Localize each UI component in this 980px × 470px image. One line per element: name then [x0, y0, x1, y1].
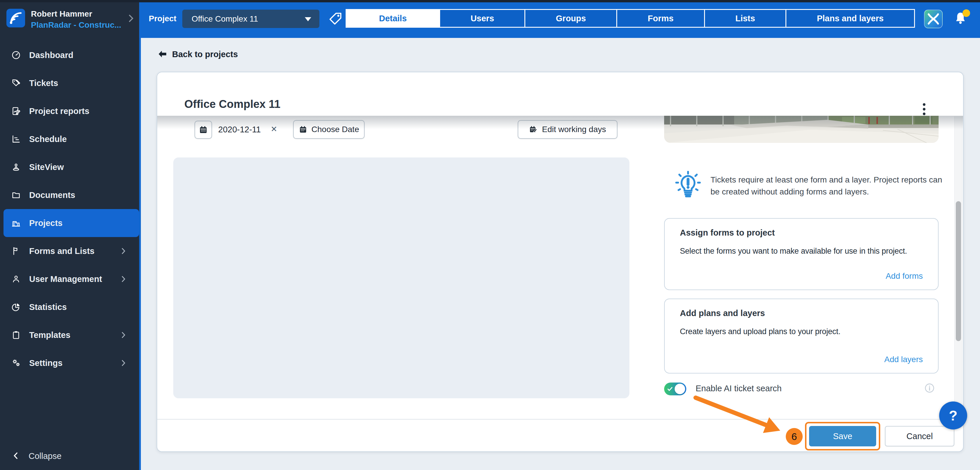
calendar-edit-icon: [529, 125, 538, 134]
notification-dot: [963, 10, 970, 17]
flag-icon: [11, 246, 21, 256]
tab-details[interactable]: Details: [347, 10, 439, 27]
connect-app-icon[interactable]: [924, 10, 943, 28]
sidebar-item-label: Schedule: [29, 134, 67, 144]
project-label: Project: [149, 14, 177, 23]
help-button[interactable]: ?: [939, 402, 967, 429]
choose-date-button[interactable]: Choose Date: [293, 120, 364, 139]
arrow-left-icon: [158, 49, 167, 59]
edit-working-days-label: Edit working days: [542, 125, 606, 134]
assign-forms-card: Assign forms to project Select the forms…: [664, 218, 939, 290]
sidebar-item-label: Projects: [29, 218, 62, 228]
start-date-value: 2020-12-11: [218, 125, 261, 134]
pie-chart-icon: [11, 302, 21, 312]
chevron-right-icon: [119, 275, 128, 283]
tab-plans-and-layers[interactable]: Plans and layers: [786, 10, 914, 27]
kebab-menu-button[interactable]: [918, 100, 931, 118]
tags-icon: [11, 78, 21, 88]
assign-forms-title: Assign forms to project: [680, 228, 775, 238]
gears-icon: [11, 358, 21, 368]
address-form-panel: [173, 157, 629, 398]
sidebar-item-projects[interactable]: Projects: [3, 209, 139, 237]
choose-date-label: Choose Date: [312, 125, 359, 134]
chevron-left-icon: [12, 451, 21, 460]
gauge-icon: [11, 50, 21, 60]
page-title: Office Complex 11: [185, 98, 280, 111]
tag-icon[interactable]: [328, 11, 343, 26]
sidebar-item-siteview[interactable]: SiteView: [3, 153, 137, 181]
app-window: Robert Hammer PlanRadar - Construc... Da…: [0, 0, 980, 470]
project-selector[interactable]: Office Complex 11: [182, 10, 320, 28]
planradar-logo-icon: [6, 9, 25, 27]
edit-working-days-button[interactable]: Edit working days: [518, 120, 617, 139]
sidebar-item-settings[interactable]: Settings: [3, 349, 137, 377]
project-selector-value: Office Complex 11: [192, 14, 258, 24]
sidebar-item-label: Documents: [29, 191, 75, 200]
project-photo: [664, 116, 939, 143]
chevron-right-icon: [126, 13, 136, 24]
tab-groups[interactable]: Groups: [524, 10, 616, 27]
add-forms-link[interactable]: Add forms: [886, 272, 923, 281]
sidebar-item-label: Settings: [29, 358, 62, 368]
tip-text: Tickets require at least one form and a …: [711, 174, 944, 198]
ai-ticket-search-toggle[interactable]: [664, 383, 686, 395]
sidebar-item-project-reports[interactable]: Project reports: [3, 97, 137, 125]
report-pencil-icon: [11, 106, 21, 116]
sidebar-item-label: Templates: [29, 330, 70, 340]
footer-divider: [157, 419, 963, 419]
sidebar-item-schedule[interactable]: Schedule: [3, 125, 137, 153]
sidebar-collapse-button[interactable]: Collapse: [12, 447, 123, 466]
sidebar-item-user-management[interactable]: User Management: [3, 265, 137, 293]
sidebar-item-label: User Management: [29, 275, 102, 284]
caret-down-icon: [305, 17, 311, 21]
window-top-edge: [0, 0, 980, 2]
sidebar-item-label: SiteView: [29, 162, 64, 172]
person-pin-icon: [11, 162, 21, 172]
notifications-bell[interactable]: [953, 10, 970, 29]
chevron-right-icon: [119, 330, 128, 339]
calendar-icon: [199, 125, 208, 134]
assign-forms-body: Select the forms you want to make availa…: [680, 247, 907, 256]
sidebar-item-dashboard[interactable]: Dashboard: [3, 41, 137, 69]
ai-toggle-label: Enable AI ticket search: [696, 384, 782, 393]
add-layers-body: Create layers and upload plans to your p…: [680, 327, 840, 336]
sidebar-item-forms-and-lists[interactable]: Forms and Lists: [3, 237, 137, 265]
person-icon: [11, 274, 21, 284]
collapse-label: Collapse: [29, 451, 62, 461]
scrollbar-thumb[interactable]: [956, 201, 961, 341]
sidebar-item-tickets[interactable]: Tickets: [3, 69, 137, 97]
chevron-right-icon: [119, 359, 128, 367]
tab-forms[interactable]: Forms: [616, 10, 704, 27]
user-organization: PlanRadar - Construc...: [31, 21, 121, 30]
save-button[interactable]: Save: [809, 426, 876, 446]
gantt-icon: [11, 134, 21, 144]
toggle-knob: [675, 384, 685, 394]
start-date-calendar-button[interactable]: [194, 121, 212, 139]
sidebar-item-label: Dashboard: [29, 51, 73, 60]
cancel-button[interactable]: Cancel: [885, 426, 955, 446]
clipboard-icon: [11, 330, 21, 340]
account-switcher[interactable]: Robert Hammer PlanRadar - Construc...: [0, 0, 139, 38]
add-layers-link[interactable]: Add layers: [885, 355, 923, 364]
annotation-step-badge: 6: [786, 428, 803, 445]
check-icon: [667, 386, 673, 392]
user-name: Robert Hammer: [31, 10, 92, 19]
lightbulb-tip-icon: [673, 170, 703, 201]
sidebar-item-label: Project reports: [29, 106, 89, 116]
chevron-right-icon: [119, 247, 128, 256]
tab-lists[interactable]: Lists: [704, 10, 786, 27]
sidebar-item-templates[interactable]: Templates: [3, 321, 137, 349]
back-to-projects-link[interactable]: Back to projects: [158, 48, 238, 60]
calendar-icon: [299, 125, 307, 134]
project-tabs: Details Users Groups Forms Lists Plans a…: [346, 9, 915, 28]
sidebar-item-label: Tickets: [29, 78, 58, 88]
sidebar-accent-border: [139, 0, 141, 470]
info-icon[interactable]: [924, 383, 935, 394]
add-plans-layers-card: Add plans and layers Create layers and u…: [664, 299, 939, 373]
sidebar-item-statistics[interactable]: Statistics: [3, 293, 137, 321]
folder-icon: [11, 190, 21, 200]
tab-users[interactable]: Users: [439, 10, 524, 27]
clear-date-button[interactable]: ✕: [270, 124, 277, 134]
sidebar-item-documents[interactable]: Documents: [3, 181, 137, 209]
sidebar-item-label: Forms and Lists: [29, 246, 94, 256]
